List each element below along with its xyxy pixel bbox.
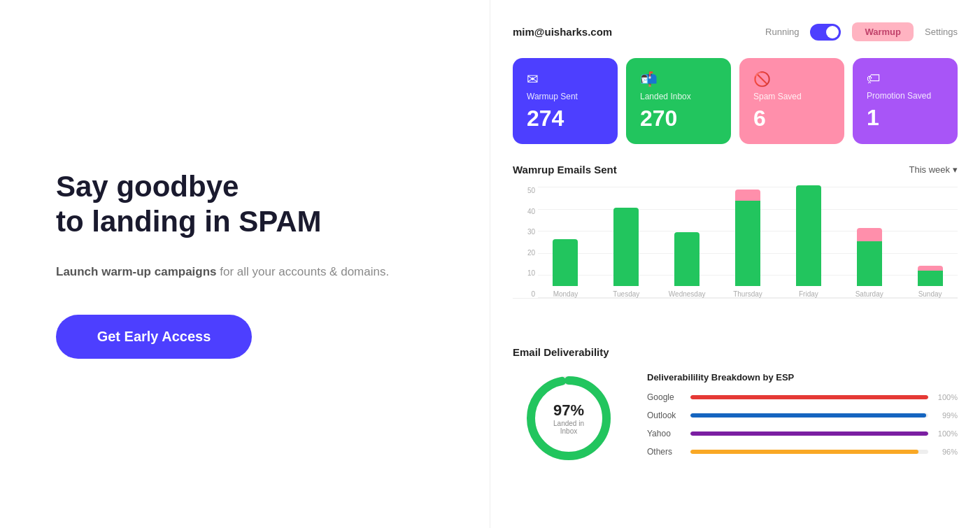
bar-segment-green	[735, 201, 760, 286]
hero-subtitle: Launch warm-up campaigns for all your ac…	[56, 262, 434, 281]
esp-bar-fill	[690, 431, 928, 436]
bar-segment-green	[918, 271, 943, 286]
esp-breakdown-title: Deliverabilility Breakdown by ESP	[647, 372, 958, 383]
donut-chart: 97% Landed in Inbox	[520, 369, 618, 467]
chart-header: Wamrup Emails Sent This week ▾	[513, 164, 958, 176]
stat-card-label: Promotion Saved	[867, 91, 944, 101]
esp-pct: 99%	[935, 411, 958, 420]
stat-card-promotion-saved: 🏷 Promotion Saved 1	[853, 58, 958, 144]
bar-segment-green	[553, 239, 578, 286]
bar-day-label: Monday	[553, 290, 578, 298]
esp-bar-fill	[690, 395, 928, 399]
stat-card-value: 1	[867, 105, 944, 131]
esp-bar-track	[690, 431, 928, 436]
stat-card-label: Landed Inbox	[640, 92, 717, 101]
bar-group: Saturday	[841, 228, 897, 298]
stat-card-value: 6	[753, 106, 830, 131]
stat-card-value: 270	[640, 106, 717, 131]
esp-row-others: Others 96%	[647, 447, 958, 457]
esp-row-outlook: Outlook 99%	[647, 411, 958, 420]
bar-stack	[857, 228, 882, 286]
bar-day-label: Friday	[799, 290, 818, 298]
bar-segment-green	[674, 232, 700, 286]
cta-button[interactable]: Get Early Access	[56, 315, 252, 359]
y-label: 10	[513, 269, 535, 277]
stat-card-value: 274	[527, 106, 604, 131]
y-label: 50	[513, 187, 535, 194]
bar-stack	[796, 185, 821, 286]
stat-card-label: Warmup Sent	[527, 92, 604, 101]
bar-group: Thursday	[720, 190, 776, 298]
chart-filter[interactable]: This week ▾	[909, 164, 958, 175]
stat-card-label: Spam Saved	[753, 92, 830, 101]
bar-group: Monday	[538, 239, 593, 298]
y-label: 20	[513, 249, 535, 257]
stat-card-spam-saved: 🚫 Spam Saved 6	[739, 58, 844, 144]
bar-stack	[735, 190, 760, 286]
esp-bar-track	[690, 413, 928, 418]
bar-day-label: Sunday	[918, 290, 942, 298]
running-label: Running	[765, 27, 799, 37]
bar-segment-pink	[857, 228, 882, 241]
stat-card-warmup-sent: ✉ Warmup Sent 274	[513, 58, 618, 144]
esp-pct: 96%	[935, 448, 958, 456]
donut-percent: 97%	[544, 401, 593, 420]
esp-rows: Google 100% Outlook 99% Yahoo 100% Other…	[647, 392, 958, 457]
donut-center: 97% Landed in Inbox	[544, 401, 593, 435]
stat-card-icon: 🚫	[753, 71, 830, 87]
email-label: mim@uisharks.com	[513, 26, 612, 38]
esp-pct: 100%	[935, 393, 958, 401]
bar-segment-green	[613, 208, 639, 286]
hero-title: Say goodbye to landing in SPAM	[56, 169, 434, 240]
left-panel: Say goodbye to landing in SPAM Launch wa…	[0, 0, 490, 528]
top-bar: mim@uisharks.com Running Warmup Settings	[513, 22, 958, 41]
chart-title: Wamrup Emails Sent	[513, 164, 617, 176]
deliverability-title: Email Deliverability	[513, 346, 958, 358]
bar-group: Friday	[781, 185, 836, 298]
warmup-button[interactable]: Warmup	[852, 22, 914, 41]
bar-segment-pink	[735, 190, 760, 201]
stat-card-icon: ✉	[527, 71, 604, 87]
esp-row-google: Google 100%	[647, 392, 958, 402]
bar-group: Sunday	[902, 266, 958, 298]
donut-sublabel: Landed in Inbox	[544, 420, 593, 435]
bar-day-label: Thursday	[733, 290, 762, 298]
stat-card-icon: 📬	[640, 71, 717, 87]
esp-pct: 100%	[935, 429, 958, 438]
chart-section: Wamrup Emails Sent This week ▾ 504030201…	[513, 164, 958, 327]
donut-container: 97% Landed in Inbox	[513, 369, 625, 467]
esp-name: Yahoo	[647, 429, 683, 438]
settings-label[interactable]: Settings	[925, 27, 958, 37]
y-label: 0	[513, 290, 535, 298]
stat-cards: ✉ Warmup Sent 274 📬 Landed Inbox 270 🚫 S…	[513, 58, 958, 144]
y-label: 30	[513, 228, 535, 236]
bar-segment-green	[796, 185, 821, 286]
stat-card-landed-inbox: 📬 Landed Inbox 270	[626, 58, 731, 144]
esp-bar-track	[690, 395, 928, 399]
bar-chart-inner: 50403020100 MondayTuesdayWednesdayThursd…	[513, 187, 958, 299]
bar-segment-green	[857, 241, 882, 286]
stat-card-icon: 🏷	[867, 71, 944, 87]
bar-group: Wednesday	[660, 232, 715, 298]
bar-day-label: Wednesday	[669, 290, 706, 298]
bar-stack	[553, 239, 578, 286]
bar-group: Tuesday	[599, 208, 654, 298]
grid-line	[538, 187, 958, 187]
esp-name: Outlook	[647, 411, 683, 420]
esp-bar-fill	[690, 413, 926, 418]
bar-stack	[674, 232, 700, 286]
esp-row-yahoo: Yahoo 100%	[647, 429, 958, 438]
deliverability-section: Email Deliverability 97%	[513, 346, 958, 467]
esp-bar-track	[690, 450, 928, 454]
esp-breakdown: Deliverabilility Breakdown by ESP Google…	[647, 372, 958, 465]
bar-day-label: Saturday	[855, 290, 883, 298]
bar-stack	[918, 266, 943, 286]
esp-name: Others	[647, 447, 683, 457]
y-axis-labels: 50403020100	[513, 187, 535, 298]
esp-name: Google	[647, 392, 683, 402]
bar-day-label: Tuesday	[613, 290, 639, 298]
top-bar-right: Running Warmup Settings	[765, 22, 958, 41]
bar-chart: 50403020100 MondayTuesdayWednesdayThursd…	[513, 187, 958, 327]
running-toggle[interactable]	[810, 24, 841, 41]
bar-stack	[613, 208, 639, 286]
